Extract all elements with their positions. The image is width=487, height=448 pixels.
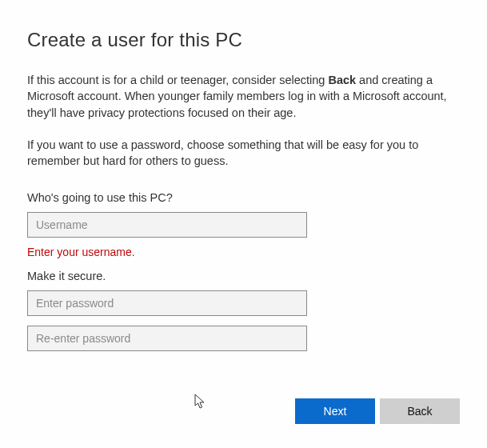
label-who: Who's going to use this PC? (27, 191, 460, 204)
info-pre: If this account is for a child or teenag… (27, 74, 328, 86)
info-password-tip: If you want to use a password, choose so… (27, 137, 460, 170)
page-title: Create a user for this PC (27, 29, 460, 51)
next-button[interactable]: Next (295, 398, 375, 424)
info-bold-back: Back (328, 74, 356, 86)
username-field[interactable] (27, 212, 307, 238)
error-username: Enter your username. (27, 246, 460, 258)
back-button[interactable]: Back (380, 398, 460, 424)
cursor-icon (194, 394, 207, 410)
confirm-password-field[interactable] (27, 326, 307, 351)
password-field[interactable] (27, 290, 307, 316)
label-secure: Make it secure. (27, 270, 460, 282)
info-account-type: If this account is for a child or teenag… (27, 72, 460, 121)
footer-buttons: Next Back (295, 398, 460, 424)
